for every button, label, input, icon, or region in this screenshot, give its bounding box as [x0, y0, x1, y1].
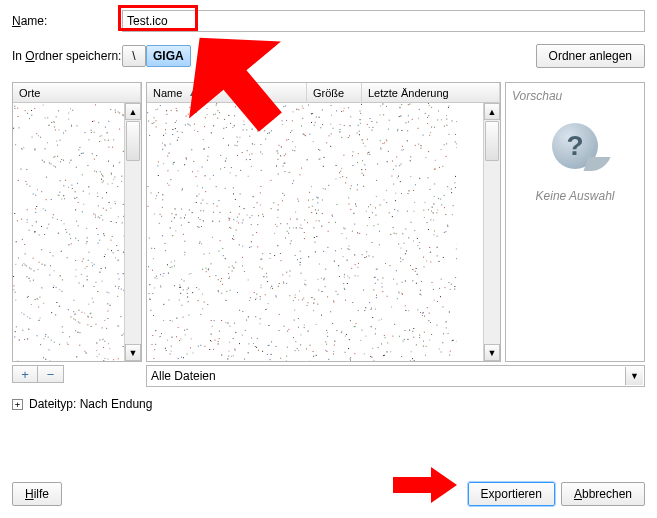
preview-title: Vorschau	[512, 89, 638, 103]
help-button[interactable]: Hilfe	[12, 482, 62, 506]
filename-input[interactable]	[122, 10, 645, 32]
places-scrollbar[interactable]: ▲ ▼	[124, 103, 141, 361]
cancel-button[interactable]: Abbrechen	[561, 482, 645, 506]
scroll-up-icon[interactable]: ▲	[484, 103, 500, 120]
files-list[interactable]	[147, 103, 483, 361]
name-label: Name:	[12, 14, 122, 28]
remove-place-button[interactable]: −	[38, 365, 64, 383]
save-in-folder-label: In Ordner speichern:	[12, 49, 122, 63]
sort-asc-icon: ▲	[188, 83, 197, 103]
create-folder-button[interactable]: Ordner anlegen	[536, 44, 645, 68]
scroll-down-icon[interactable]: ▼	[484, 344, 500, 361]
scroll-thumb[interactable]	[485, 121, 499, 161]
file-type-filter[interactable]: Alle Dateien ▼	[146, 365, 645, 387]
path-segment-current[interactable]: GIGA	[146, 45, 191, 67]
question-mark-icon: ?	[552, 123, 598, 169]
preview-panel: Vorschau ? Keine Auswahl	[505, 82, 645, 362]
places-list[interactable]	[13, 103, 124, 361]
dropdown-arrow-icon[interactable]: ▼	[625, 367, 643, 385]
filetype-expander[interactable]: + Dateityp: Nach Endung	[12, 397, 645, 411]
files-scrollbar[interactable]: ▲ ▼	[483, 103, 500, 361]
scroll-up-icon[interactable]: ▲	[125, 103, 141, 120]
column-size[interactable]: Größe	[307, 83, 362, 103]
column-modified[interactable]: Letzte Änderung	[362, 83, 500, 103]
scroll-down-icon[interactable]: ▼	[125, 344, 141, 361]
places-panel: Orte ▲ ▼	[12, 82, 142, 362]
files-panel: Name ▲ Größe Letzte Änderung ▲ ▼	[146, 82, 501, 362]
export-button[interactable]: Exportieren	[468, 482, 555, 506]
places-header[interactable]: Orte	[13, 83, 141, 103]
preview-empty-message: Keine Auswahl	[512, 189, 638, 203]
expander-plus-icon: +	[12, 399, 23, 410]
column-name[interactable]: Name ▲	[147, 83, 307, 103]
scroll-thumb[interactable]	[126, 121, 140, 161]
add-place-button[interactable]: +	[12, 365, 38, 383]
path-segment-root[interactable]: \	[122, 45, 146, 67]
